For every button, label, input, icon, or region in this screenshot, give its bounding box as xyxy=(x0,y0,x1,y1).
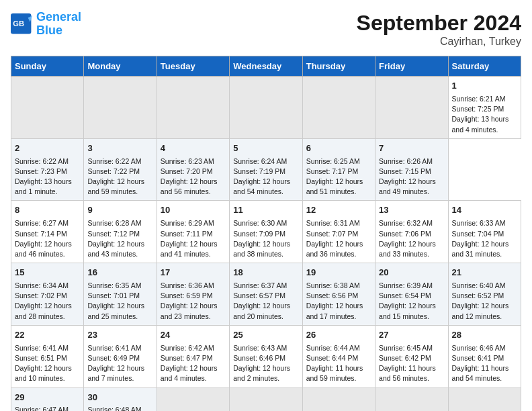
sunrise: Sunrise: 6:32 AM xyxy=(379,219,433,227)
sunset: Sunset: 7:01 PM xyxy=(87,291,140,300)
daylight: Daylight: 12 hours and 28 minutes. xyxy=(15,302,72,320)
daylight: Daylight: 12 hours and 31 minutes. xyxy=(452,240,509,258)
day-number: 8 xyxy=(15,204,80,217)
sunrise: Sunrise: 6:39 AM xyxy=(379,281,433,289)
calendar-week: 29Sunrise: 6:47 AMSunset: 6:39 PMDayligh… xyxy=(11,387,521,411)
calendar-day: 5Sunrise: 6:24 AMSunset: 7:19 PMDaylight… xyxy=(230,138,302,201)
sunset: Sunset: 7:25 PM xyxy=(452,105,504,113)
day-header-thursday: Thursday xyxy=(302,56,375,77)
calendar-table: SundayMondayTuesdayWednesdayThursdayFrid… xyxy=(11,56,521,411)
empty-cell xyxy=(11,77,84,139)
calendar-body: 1Sunrise: 6:21 AMSunset: 7:25 PMDaylight… xyxy=(11,77,521,412)
daylight: Daylight: 12 hours and 33 minutes. xyxy=(379,240,436,258)
sunset: Sunset: 6:54 PM xyxy=(379,291,431,300)
day-number: 20 xyxy=(379,267,444,279)
logo-icon: GB xyxy=(11,13,32,35)
calendar-day: 22Sunrise: 6:41 AMSunset: 6:51 PMDayligh… xyxy=(11,325,84,387)
day-number: 1 xyxy=(452,80,517,93)
calendar-week: 8Sunrise: 6:27 AMSunset: 7:14 PMDaylight… xyxy=(11,201,521,263)
calendar-day: 20Sunrise: 6:39 AMSunset: 6:54 PMDayligh… xyxy=(375,263,448,326)
sunrise: Sunrise: 6:35 AM xyxy=(87,281,141,289)
sunrise: Sunrise: 6:24 AM xyxy=(233,157,287,165)
sunset: Sunset: 7:23 PM xyxy=(15,167,67,175)
daylight: Daylight: 12 hours and 25 minutes. xyxy=(87,302,144,320)
empty-cell xyxy=(230,387,302,411)
day-number: 24 xyxy=(161,329,226,342)
sunrise: Sunrise: 6:31 AM xyxy=(306,219,360,227)
daylight: Daylight: 13 hours and 1 minute. xyxy=(15,177,72,195)
calendar-week: 2Sunrise: 6:22 AMSunset: 7:23 PMDaylight… xyxy=(11,138,521,201)
day-number: 16 xyxy=(87,267,152,279)
day-header-friday: Friday xyxy=(375,56,448,77)
sunrise: Sunrise: 6:42 AM xyxy=(161,344,214,352)
calendar-day: 4Sunrise: 6:23 AMSunset: 7:20 PMDaylight… xyxy=(157,138,229,201)
logo: GB General Blue xyxy=(11,11,81,38)
day-header-wednesday: Wednesday xyxy=(230,56,302,77)
sunrise: Sunrise: 6:47 AM xyxy=(15,406,69,411)
sunset: Sunset: 7:06 PM xyxy=(379,230,431,238)
sunset: Sunset: 7:14 PM xyxy=(15,230,67,238)
calendar-day: 10Sunrise: 6:29 AMSunset: 7:11 PMDayligh… xyxy=(157,201,229,263)
sunset: Sunset: 7:09 PM xyxy=(233,230,285,238)
sunrise: Sunrise: 6:41 AM xyxy=(15,344,69,352)
day-number: 14 xyxy=(452,204,517,217)
day-number: 3 xyxy=(87,142,152,155)
calendar-day: 18Sunrise: 6:37 AMSunset: 6:57 PMDayligh… xyxy=(230,263,302,326)
day-number: 21 xyxy=(452,267,517,279)
empty-cell xyxy=(84,77,157,139)
calendar-day: 24Sunrise: 6:42 AMSunset: 6:47 PMDayligh… xyxy=(157,325,229,387)
sunset: Sunset: 6:57 PM xyxy=(233,291,285,300)
calendar-day: 19Sunrise: 6:38 AMSunset: 6:56 PMDayligh… xyxy=(302,263,375,326)
sunrise: Sunrise: 6:27 AM xyxy=(15,219,69,227)
day-number: 13 xyxy=(379,204,444,217)
day-number: 27 xyxy=(379,329,444,342)
calendar-week: 15Sunrise: 6:34 AMSunset: 7:02 PMDayligh… xyxy=(11,263,521,326)
sunrise: Sunrise: 6:36 AM xyxy=(161,281,214,289)
calendar-day: 13Sunrise: 6:32 AMSunset: 7:06 PMDayligh… xyxy=(375,201,448,263)
sunset: Sunset: 7:07 PM xyxy=(306,230,359,238)
sunset: Sunset: 6:59 PM xyxy=(161,291,213,300)
sunrise: Sunrise: 6:29 AM xyxy=(161,219,214,227)
day-number: 11 xyxy=(233,204,298,217)
sunrise: Sunrise: 6:38 AM xyxy=(306,281,360,289)
sunset: Sunset: 6:47 PM xyxy=(161,354,213,362)
page-header: GB General Blue September 2024 Cayirhan,… xyxy=(11,11,521,48)
empty-cell xyxy=(375,387,448,411)
daylight: Daylight: 13 hours and 4 minutes. xyxy=(452,115,509,133)
day-number: 25 xyxy=(233,329,298,342)
daylight: Daylight: 11 hours and 56 minutes. xyxy=(379,364,436,382)
calendar-day: 23Sunrise: 6:41 AMSunset: 6:49 PMDayligh… xyxy=(84,325,157,387)
empty-cell xyxy=(302,77,375,139)
sunrise: Sunrise: 6:34 AM xyxy=(15,281,69,289)
calendar-day: 7Sunrise: 6:26 AMSunset: 7:15 PMDaylight… xyxy=(375,138,448,201)
sunset: Sunset: 7:11 PM xyxy=(161,230,213,238)
sunset: Sunset: 6:46 PM xyxy=(233,354,285,362)
daylight: Daylight: 11 hours and 59 minutes. xyxy=(306,364,363,382)
calendar-day: 1Sunrise: 6:21 AMSunset: 7:25 PMDaylight… xyxy=(448,77,521,139)
sunset: Sunset: 6:44 PM xyxy=(306,354,359,362)
sunset: Sunset: 7:15 PM xyxy=(379,167,431,175)
day-number: 5 xyxy=(233,142,298,155)
calendar-day: 6Sunrise: 6:25 AMSunset: 7:17 PMDaylight… xyxy=(302,138,375,201)
daylight: Daylight: 12 hours and 17 minutes. xyxy=(306,302,363,320)
daylight: Daylight: 12 hours and 2 minutes. xyxy=(233,364,290,382)
day-number: 15 xyxy=(15,267,80,279)
empty-cell xyxy=(302,387,375,411)
daylight: Daylight: 12 hours and 56 minutes. xyxy=(161,177,218,195)
daylight: Daylight: 12 hours and 36 minutes. xyxy=(306,240,363,258)
logo-line2: Blue xyxy=(36,24,62,37)
title-block: September 2024 Cayirhan, Turkey xyxy=(357,11,521,48)
daylight: Daylight: 12 hours and 59 minutes. xyxy=(87,177,144,195)
daylight: Daylight: 12 hours and 46 minutes. xyxy=(15,240,72,258)
daylight: Daylight: 12 hours and 51 minutes. xyxy=(306,177,363,195)
daylight: Daylight: 12 hours and 43 minutes. xyxy=(87,240,144,258)
sunset: Sunset: 6:52 PM xyxy=(452,291,504,300)
daylight: Daylight: 12 hours and 49 minutes. xyxy=(379,177,436,195)
day-number: 2 xyxy=(15,142,80,155)
sunset: Sunset: 7:20 PM xyxy=(161,167,213,175)
calendar-day: 25Sunrise: 6:43 AMSunset: 6:46 PMDayligh… xyxy=(230,325,302,387)
calendar-day: 29Sunrise: 6:47 AMSunset: 6:39 PMDayligh… xyxy=(11,387,84,411)
sunrise: Sunrise: 6:21 AM xyxy=(452,95,506,103)
daylight: Daylight: 12 hours and 54 minutes. xyxy=(233,177,290,195)
sunrise: Sunrise: 6:46 AM xyxy=(452,344,506,352)
